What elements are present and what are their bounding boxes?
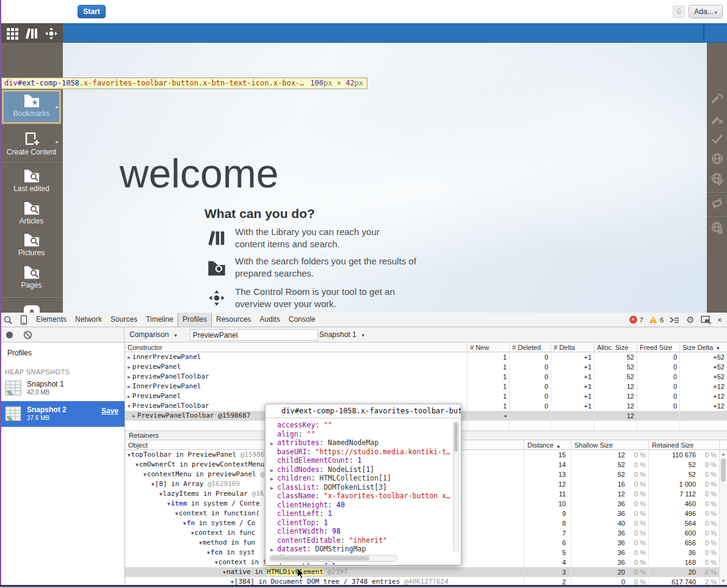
- window-border: [0, 585, 727, 588]
- submenu-arrow-icon: ▸: [56, 139, 59, 145]
- tab-network[interactable]: Network: [71, 313, 106, 327]
- table-row[interactable]: ▶previewPanelToolbar 10+1520+52: [125, 372, 727, 382]
- inspect-element-icon[interactable]: [0, 313, 16, 327]
- chevron-down-icon: ▾: [715, 10, 717, 15]
- record-button[interactable]: [6, 332, 13, 338]
- object-property[interactable]: ▶childNodes: NodeList[1]: [270, 465, 452, 474]
- error-icon[interactable]: ×: [629, 316, 637, 324]
- warning-count[interactable]: 6: [660, 316, 664, 324]
- withdraw-icon[interactable]: [709, 220, 725, 235]
- inspect-tooltip: div#ext-comp-1058.x-favorites-toolbar-bu…: [1, 78, 367, 89]
- warning-icon[interactable]: !: [649, 316, 657, 324]
- tab-audits[interactable]: Audits: [255, 313, 284, 327]
- retainer-row[interactable]: ▼[384] in Document DOM tree / 3748 entri…: [125, 577, 727, 585]
- grid-menu-icon[interactable]: [4, 26, 20, 42]
- browser-top-strip: Start 0 Ada...▾: [0, 0, 727, 23]
- edit-delete-icon[interactable]: [709, 111, 725, 126]
- svg-text:!: !: [652, 318, 654, 324]
- tab-profiles[interactable]: Profiles: [178, 313, 212, 327]
- sidebar-item-articles[interactable]: Articles: [0, 200, 63, 225]
- heap-object-popup: div#ext-comp-1058.x-favorites-toolbar-bu…: [265, 404, 461, 565]
- object-property[interactable]: clientTop: 1: [270, 518, 452, 528]
- object-property[interactable]: align: "": [270, 430, 452, 439]
- grid-header[interactable]: Constructor # New # Deleted # Delta Allo…: [125, 343, 727, 352]
- sidebar-item-create-content[interactable]: Create Content ▸: [0, 132, 63, 156]
- workflow-sync-icon[interactable]: [709, 195, 725, 211]
- retainer-row-selected[interactable]: ▼native in HTMLDivElement @2397 3 200 % …: [125, 567, 727, 577]
- object-property[interactable]: draggable: false: [270, 562, 452, 565]
- table-row[interactable]: ▶PreviewPanel 10+1120+12: [125, 391, 727, 401]
- class-filter-input[interactable]: [190, 329, 318, 341]
- col-delta: # Delta: [551, 343, 594, 352]
- user-menu-button[interactable]: Ada...▾: [689, 5, 723, 18]
- clear-icon[interactable]: [23, 330, 32, 339]
- save-link[interactable]: Save: [101, 407, 118, 415]
- object-property[interactable]: childElementCount: 1: [270, 456, 452, 465]
- col-freed-size: Freed Size: [637, 343, 679, 352]
- scrollbar-thumb[interactable]: [454, 423, 458, 452]
- device-mode-icon[interactable]: [16, 313, 32, 327]
- gear-icon[interactable]: ⚙: [686, 314, 694, 325]
- publish-icon[interactable]: [709, 151, 725, 166]
- scroll-up-icon[interactable]: ▲: [720, 451, 727, 457]
- create-content-icon: [24, 132, 40, 146]
- tab-console[interactable]: Console: [284, 313, 320, 327]
- edit-undo-icon[interactable]: [709, 90, 725, 106]
- object-property[interactable]: ▶attributes: NamedNodeMap: [270, 438, 452, 448]
- scroll-down-icon[interactable]: ▼: [720, 578, 727, 584]
- snapshot-name: Snapshot 1: [27, 380, 64, 388]
- tab-sources[interactable]: Sources: [106, 313, 142, 327]
- sidebar-item-pictures[interactable]: Pictures: [0, 232, 63, 257]
- search-folder-icon: [23, 232, 40, 247]
- sidebar-item-bookmarks[interactable]: Bookmarks ▸: [0, 94, 63, 118]
- object-property[interactable]: clientWidth: 98: [270, 527, 452, 536]
- table-row[interactable]: ▶innerPreviewPanel 10+1520+52: [125, 352, 727, 362]
- popup-title: div#ext-comp-1058.x-favorites-toolbar-bu…: [266, 404, 461, 418]
- object-property[interactable]: baseURI: "https://studio.media.kontiki-t…: [270, 448, 452, 457]
- search-folder-icon: [23, 200, 40, 215]
- table-row[interactable]: ▶previewPanel 10+1520+52: [125, 362, 727, 372]
- snapshot-2-item[interactable]: % Snapshot 2 37.6 MB Save: [0, 401, 125, 427]
- object-property[interactable]: accessKey: "": [270, 421, 452, 430]
- retainers-scrollbar[interactable]: ▲ ▼: [719, 450, 727, 585]
- object-property[interactable]: className: "x-favorites-toolbar-button x…: [270, 492, 452, 501]
- tab-resources[interactable]: Resources: [212, 313, 255, 327]
- welcome-question: What can you do?: [204, 206, 315, 221]
- table-row[interactable]: ▶InnerPreviewPanel 10+1120+12: [125, 382, 727, 391]
- publish-approve-icon[interactable]: [709, 171, 725, 186]
- window-border: [0, 0, 1, 585]
- tab-elements[interactable]: Elements: [32, 313, 71, 327]
- object-property[interactable]: ▶dataset: DOMStringMap: [270, 545, 452, 554]
- object-property[interactable]: clientLeft: 1: [270, 509, 452, 518]
- start-button[interactable]: Start: [78, 5, 106, 18]
- sidebar-item-last-edited[interactable]: Last edited: [0, 168, 63, 193]
- object-property[interactable]: clientHeight: 40: [270, 501, 452, 510]
- control-room-icon[interactable]: [43, 26, 59, 42]
- publish-toolbar: [707, 43, 727, 313]
- approve-icon[interactable]: [709, 131, 725, 146]
- object-property[interactable]: ▶classList: DOMTokenList[3]: [270, 483, 452, 492]
- snapshot-icon: %: [5, 405, 21, 422]
- scrollbar-thumb[interactable]: [270, 556, 369, 561]
- popup-vertical-scrollbar[interactable]: [453, 421, 459, 553]
- toolbar-separator: [124, 327, 125, 342]
- view-select[interactable]: Comparison▼: [129, 330, 178, 340]
- object-property[interactable]: ▶children: HTMLCollection[1]: [270, 474, 452, 483]
- dock-side-icon[interactable]: [701, 316, 711, 324]
- library-icon[interactable]: [24, 26, 40, 42]
- col-alloc-size: Alloc. Size: [594, 343, 637, 352]
- svg-text:%: %: [7, 416, 12, 422]
- snapshot-size: 42.0 MB: [27, 389, 49, 396]
- console-drawer-icon[interactable]: [669, 316, 680, 324]
- popup-horizontal-scrollbar[interactable]: [269, 555, 397, 562]
- sidebar-item-pages[interactable]: Pages: [0, 264, 63, 289]
- tab-timeline[interactable]: Timeline: [142, 313, 178, 327]
- snapshot-1-item[interactable]: % Snapshot 1 42.0 MB: [0, 376, 125, 401]
- snapshot-select[interactable]: Snapshot 1▼: [319, 330, 366, 340]
- scrollbar-thumb[interactable]: [721, 459, 726, 482]
- feature-text: With the search folders you get the resu…: [235, 255, 416, 280]
- tooltip-classes: .x-favorites-toolbar-button.x-btn-text-i…: [79, 79, 304, 87]
- error-count[interactable]: 7: [640, 316, 643, 324]
- close-icon[interactable]: ×: [717, 315, 722, 325]
- object-property[interactable]: contentEditable: "inherit": [270, 536, 452, 545]
